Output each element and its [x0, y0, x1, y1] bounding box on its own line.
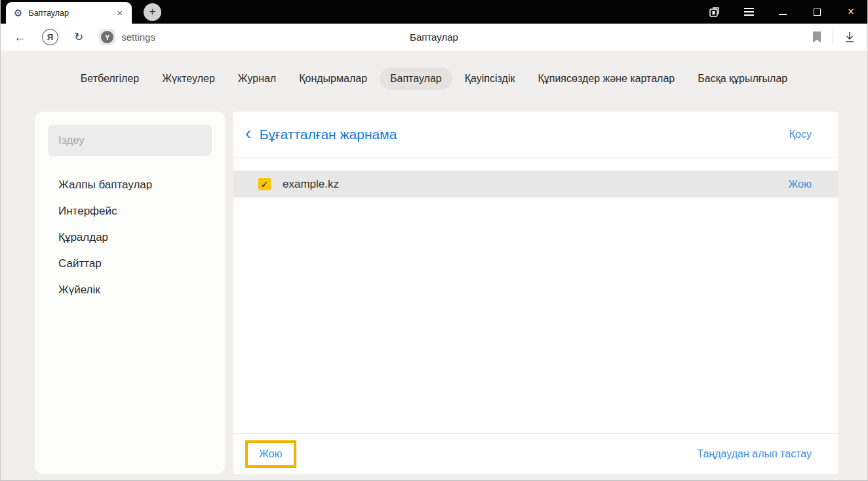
- new-tab-button[interactable]: +: [144, 3, 161, 21]
- row-domain: example.kz: [283, 178, 789, 191]
- sidebar-item-interface[interactable]: Интерфейс: [48, 198, 212, 224]
- nav-tab-security[interactable]: Қауіпсіздік: [454, 68, 526, 90]
- row-checkbox[interactable]: ✓: [258, 178, 271, 190]
- close-tab-icon[interactable]: ×: [115, 7, 124, 18]
- browser-window: ⚙ Баптаулар × + × ← Я ↻: [0, 0, 868, 481]
- sidebar-item-general[interactable]: Жалпы баптаулар: [48, 172, 212, 198]
- nav-tab-bookmarks[interactable]: Бетбелгілер: [70, 68, 149, 90]
- nav-tab-other-devices[interactable]: Басқа құрылғылар: [687, 68, 798, 90]
- panel-footer: Жою Таңдаудан алып тастау: [233, 433, 838, 474]
- settings-sidebar: Жалпы баптаулар Интерфейс Құралдар Сайтт…: [35, 112, 225, 474]
- toolbar-separator: [833, 30, 833, 45]
- back-chevron-icon[interactable]: ‹: [245, 125, 251, 142]
- page-title: Баптаулар: [410, 31, 458, 43]
- deselect-button[interactable]: Таңдаудан алып тастау: [697, 448, 812, 460]
- minimize-icon[interactable]: [776, 5, 790, 19]
- protect-badge: Y: [99, 29, 115, 45]
- delete-button[interactable]: Жою: [259, 448, 283, 459]
- panel-header: ‹ Бұғатталған жарнама Қосу: [233, 112, 838, 157]
- tab-bar: ⚙ Баптаулар × + ×: [1, 0, 867, 24]
- yandex-logo-icon[interactable]: Я: [42, 29, 58, 45]
- downloads-icon[interactable]: [844, 31, 856, 43]
- sidebar-item-sites[interactable]: Сайттар: [48, 251, 212, 277]
- panel-body: [233, 198, 838, 433]
- add-button[interactable]: Қосу: [789, 129, 812, 140]
- settings-nav: Бетбелгілер Жүктеулер Журнал Қондырмалар…: [1, 68, 867, 90]
- sidebar-item-tools[interactable]: Құралдар: [48, 224, 212, 251]
- maximize-icon[interactable]: [810, 5, 824, 19]
- browser-toolbar: ← Я ↻ Y settings Баптаулар: [1, 24, 867, 51]
- tab-title: Баптаулар: [28, 9, 115, 18]
- url-text: settings: [121, 31, 155, 43]
- address-bar[interactable]: Y settings: [99, 29, 155, 45]
- bookmark-icon[interactable]: [812, 31, 822, 43]
- refresh-icon[interactable]: ↻: [74, 30, 83, 44]
- nav-tab-downloads[interactable]: Жүктеулер: [151, 68, 226, 90]
- blocked-ads-panel: ‹ Бұғатталған жарнама Қосу ✓ example.kz …: [233, 112, 838, 474]
- gear-icon: ⚙: [14, 8, 22, 18]
- nav-tab-history[interactable]: Журнал: [227, 68, 286, 90]
- nav-tab-extensions[interactable]: Қондырмалар: [288, 68, 378, 90]
- sidebar-item-system[interactable]: Жүйелік: [48, 277, 212, 303]
- close-window-icon[interactable]: ×: [844, 5, 858, 19]
- tab-panels-icon[interactable]: [707, 5, 722, 19]
- list-gap: [233, 157, 838, 171]
- nav-tab-passwords[interactable]: Құпиясөздер және карталар: [527, 68, 685, 90]
- blocked-site-row[interactable]: ✓ example.kz Жою: [233, 171, 838, 198]
- nav-tab-settings[interactable]: Баптаулар: [380, 68, 452, 90]
- row-delete-button[interactable]: Жою: [789, 178, 812, 190]
- panel-title: Бұғатталған жарнама: [260, 127, 789, 142]
- back-icon[interactable]: ←: [14, 30, 26, 45]
- protect-icon: Y: [101, 31, 113, 43]
- menu-icon[interactable]: [741, 5, 756, 19]
- tab-settings[interactable]: ⚙ Баптаулар ×: [6, 2, 132, 24]
- delete-button-highlight: Жою: [245, 440, 296, 468]
- search-input[interactable]: [48, 125, 212, 156]
